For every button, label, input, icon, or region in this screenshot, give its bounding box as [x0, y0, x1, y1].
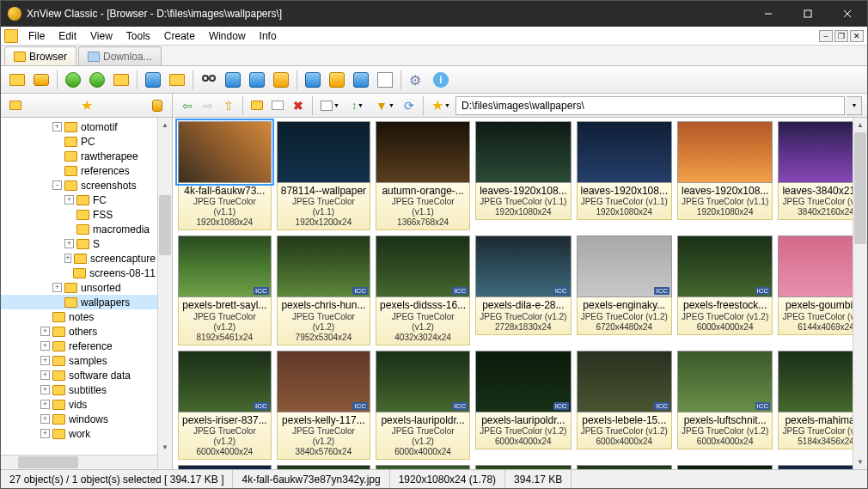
folders-tab-button[interactable]	[6, 96, 25, 115]
rename-button[interactable]	[268, 96, 287, 115]
expand-toggle[interactable]: +	[40, 429, 50, 438]
thumbnail-item[interactable]: ICCpexels-luftschnit...JPEG TrueColor (v…	[677, 351, 773, 460]
delete-button[interactable]: ✖	[289, 96, 308, 115]
menu-view[interactable]: View	[83, 28, 119, 45]
menu-info[interactable]: Info	[253, 28, 284, 45]
contact-sheet-button[interactable]	[374, 69, 396, 91]
thumbnail-item[interactable]: 4k-fall-6aukw73...JPEG TrueColor (v1.1)1…	[178, 121, 272, 230]
expand-toggle[interactable]: +	[52, 122, 62, 131]
tree-node[interactable]: -screenshots	[1, 178, 157, 193]
thumbnail-item[interactable]: ICCpexels-lauripoldr...JPEG TrueColor (v…	[475, 351, 571, 460]
tree-node[interactable]: +FC	[1, 193, 157, 207]
tab-downloa[interactable]: Downloa...	[78, 46, 162, 65]
folder-tree[interactable]: +otomotifPCrawtherapeereferences-screens…	[1, 118, 157, 455]
acquire-button[interactable]	[270, 69, 292, 91]
mdi-restore-button[interactable]: ❐	[834, 30, 848, 42]
favorites-tab-button[interactable]: ★	[77, 96, 96, 115]
tree-node[interactable]: +otomotif	[1, 119, 157, 134]
tree-vertical-scrollbar[interactable]: ▲▼	[157, 118, 172, 469]
expand-toggle[interactable]: +	[64, 195, 74, 205]
tree-node[interactable]: wallpapers	[1, 295, 157, 309]
tab-browser[interactable]: Browser	[4, 46, 76, 65]
expand-toggle[interactable]: +	[40, 400, 50, 409]
thumbnail-item[interactable]: ICCpexels-lebele-15...JPEG TrueColor (v1…	[577, 351, 672, 460]
about-button[interactable]: i	[430, 69, 452, 91]
refresh-view-button[interactable]: ⟳	[400, 96, 419, 115]
webpage-button[interactable]	[350, 69, 372, 91]
tree-node[interactable]: +S	[1, 236, 157, 251]
copy-button[interactable]	[166, 69, 188, 91]
print-button[interactable]	[222, 69, 244, 91]
tree-node[interactable]: screens-08-11	[1, 266, 157, 280]
menu-create[interactable]: Create	[157, 28, 202, 45]
expand-toggle[interactable]: +	[40, 385, 50, 394]
thumbnail-item[interactable]: autumn-orange-...JPEG TrueColor (v1.1)13…	[376, 121, 470, 230]
slideshow-button[interactable]	[326, 69, 348, 91]
menu-tools[interactable]: Tools	[119, 28, 157, 45]
maximize-button[interactable]	[788, 1, 828, 27]
thumbnail-item[interactable]: leaves-1920x108...JPEG TrueColor (v1.1)1…	[475, 121, 571, 230]
sort-button[interactable]: ↕▼	[345, 96, 370, 115]
thumbnail-item[interactable]: ICCpexels-enginaky...JPEG TrueColor (v1.…	[577, 235, 672, 345]
mdi-minimize-button[interactable]: –	[819, 30, 833, 42]
reload-button[interactable]	[86, 69, 108, 91]
thumbnail-grid[interactable]: 4k-fall-6aukw73...JPEG TrueColor (v1.1)1…	[178, 121, 847, 469]
thumbnail-item[interactable]	[475, 465, 571, 469]
thumbnail-item[interactable]: ICCpexels-chris-hun...JPEG TrueColor (v1…	[277, 235, 370, 345]
path-input[interactable]	[455, 96, 845, 115]
thumbnail-item[interactable]	[178, 465, 272, 469]
search-button[interactable]	[198, 69, 220, 91]
up-button[interactable]: ⇧	[219, 96, 238, 115]
thumbnail-item[interactable]	[677, 465, 773, 469]
filter-button[interactable]: ▼▼	[372, 96, 398, 115]
tree-node[interactable]: +work	[1, 426, 157, 441]
tree-node[interactable]: +others	[1, 324, 157, 339]
mdi-close-button[interactable]: ✕	[850, 30, 864, 42]
thumbnail-item[interactable]: ICCpexels-brett-sayl...JPEG TrueColor (v…	[178, 235, 272, 345]
thumbnail-item[interactable]: ICCpexels-didsss-16...JPEG TrueColor (v1…	[376, 235, 470, 345]
tree-node[interactable]: +unsorted	[1, 280, 157, 295]
tree-node[interactable]: PC	[1, 134, 157, 149]
menu-window[interactable]: Window	[202, 28, 253, 45]
tree-node[interactable]: +screencapture	[1, 251, 157, 266]
tree-node[interactable]: +samples	[1, 353, 157, 368]
thumbnail-item[interactable]: leaves-1920x108...JPEG TrueColor (v1.1)1…	[677, 121, 773, 230]
expand-toggle[interactable]: +	[40, 414, 50, 424]
tree-node[interactable]: notes	[1, 309, 157, 324]
close-button[interactable]	[828, 1, 867, 27]
categories-tab-button[interactable]	[148, 96, 167, 115]
thumbnail-item[interactable]	[376, 465, 470, 469]
forward-button[interactable]: ⇨	[199, 96, 217, 115]
thumbnail-item[interactable]: ICCpexels-kelly-117...JPEG TrueColor (v1…	[277, 351, 370, 460]
tree-node[interactable]: macromedia	[1, 222, 157, 236]
back-button[interactable]: ⇦	[178, 96, 197, 115]
favorite-add-button[interactable]: ★▼	[428, 96, 454, 115]
tree-node[interactable]: references	[1, 163, 157, 178]
new-folder-button[interactable]	[248, 96, 266, 115]
expand-toggle[interactable]: +	[40, 341, 50, 351]
view-mode-button[interactable]: ▼	[317, 96, 343, 115]
expand-toggle[interactable]: +	[40, 370, 50, 380]
expand-toggle[interactable]: +	[40, 327, 50, 336]
refresh-button[interactable]	[62, 69, 84, 91]
thumbnail-item[interactable]: ICCpexels-iriser-837...JPEG TrueColor (v…	[178, 351, 272, 460]
settings-button[interactable]: ⚙	[406, 69, 428, 91]
thumbnail-item[interactable]: ICCpexels-lauripoldr...JPEG TrueColor (v…	[376, 351, 470, 460]
tree-node[interactable]: FSS	[1, 207, 157, 222]
thumbnail-item[interactable]	[277, 465, 370, 469]
tree-node[interactable]: +subtitles	[1, 382, 157, 397]
cut-button[interactable]	[142, 69, 164, 91]
tree-node[interactable]: +vids	[1, 397, 157, 412]
expand-toggle[interactable]: -	[52, 180, 62, 190]
capture-button[interactable]	[302, 69, 324, 91]
tree-horizontal-scrollbar[interactable]	[1, 455, 157, 469]
fullscreen-button[interactable]	[30, 69, 52, 91]
thumbnail-item[interactable]: ICCpexels-freestock...JPEG TrueColor (v1…	[677, 235, 773, 345]
thumbnail-item[interactable]	[577, 465, 672, 469]
tree-node[interactable]: +reference	[1, 339, 157, 353]
menu-file[interactable]: File	[21, 28, 52, 45]
expand-toggle[interactable]: +	[64, 239, 74, 248]
thumbnail-vertical-scrollbar[interactable]: ▲▼	[853, 118, 867, 469]
tree-node[interactable]: +windows	[1, 412, 157, 426]
thumbnail-item[interactable]: 878114--wallpaperJPEG TrueColor (v1.1)19…	[277, 121, 370, 230]
